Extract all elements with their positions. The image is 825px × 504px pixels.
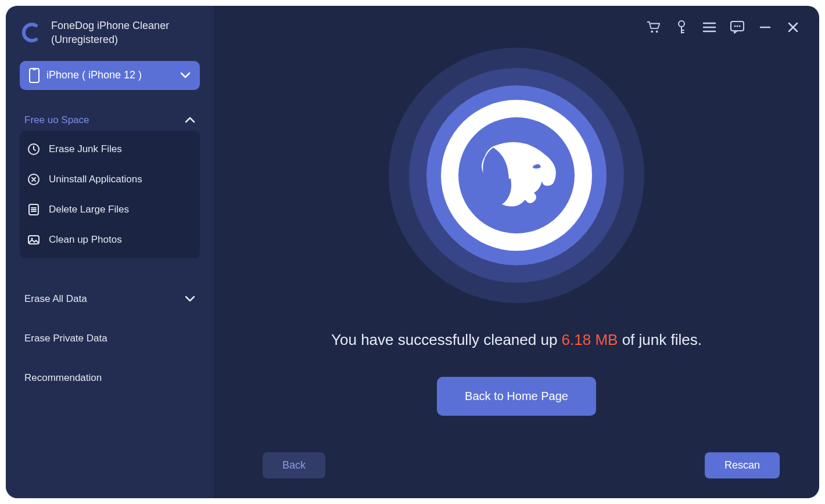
sidebar: FoneDog iPhone Cleaner (Unregistered) iP… xyxy=(6,6,214,498)
svg-rect-5 xyxy=(28,236,39,244)
main-panel: You have successfully cleaned up 6.18 MB… xyxy=(214,6,819,498)
svg-rect-0 xyxy=(30,69,39,82)
svg-rect-1 xyxy=(33,69,36,70)
nav-item-large-files[interactable]: Delete Large Files xyxy=(20,195,200,225)
nav-item-uninstall[interactable]: Uninstall Applications xyxy=(20,164,200,195)
result-panel: You have successfully cleaned up 6.18 MB… xyxy=(230,16,803,447)
chevron-down-icon xyxy=(180,72,191,79)
back-button[interactable]: Back xyxy=(263,452,325,478)
nav-header-free-space-label: Free uo Space xyxy=(24,114,89,126)
footer: Back Rescan xyxy=(230,452,803,482)
brand-title-line1: FoneDog iPhone Cleaner xyxy=(51,19,169,33)
nav-item-clean-photos[interactable]: Clean up Photos xyxy=(20,225,200,255)
nav-section-body-free-space: Erase Junk Files Uninstall Applications … xyxy=(20,131,200,258)
nav-item-label: Erase Private Data xyxy=(24,333,107,344)
nav-section-free-space: Free uo Space Erase Junk Files Uninstall xyxy=(20,106,200,258)
chevron-down-icon xyxy=(185,296,195,303)
dog-icon xyxy=(441,100,592,251)
success-size: 6.18 MB xyxy=(562,331,618,348)
brand-title-line2: (Unregistered) xyxy=(51,33,169,46)
brand-logo-icon xyxy=(20,21,43,44)
device-label: iPhone ( iPhone 12 ) xyxy=(46,69,173,81)
phone-icon xyxy=(29,68,40,83)
nav-item-recommendation[interactable]: Recommendation xyxy=(20,358,200,398)
result-logo xyxy=(389,48,644,303)
nav-item-label: Clean up Photos xyxy=(49,234,122,246)
brand-title: FoneDog iPhone Cleaner (Unregistered) xyxy=(51,19,169,47)
nav-item-label: Uninstall Applications xyxy=(49,174,142,185)
back-home-button[interactable]: Back to Home Page xyxy=(437,377,596,416)
app-window: FoneDog iPhone Cleaner (Unregistered) iP… xyxy=(6,6,819,498)
uninstall-icon xyxy=(27,172,41,186)
nav-item-erase-junk[interactable]: Erase Junk Files xyxy=(20,134,200,164)
nav-item-label: Erase All Data xyxy=(24,293,87,305)
clock-icon xyxy=(27,142,41,156)
brand: FoneDog iPhone Cleaner (Unregistered) xyxy=(20,19,200,47)
success-prefix: You have successfully cleaned up xyxy=(331,331,562,348)
nav-item-erase-all[interactable]: Erase All Data xyxy=(20,279,200,319)
success-suffix: of junk files. xyxy=(618,331,702,348)
photo-icon xyxy=(27,233,41,247)
nav-header-free-space[interactable]: Free uo Space xyxy=(20,106,200,134)
success-message: You have successfully cleaned up 6.18 MB… xyxy=(331,331,702,349)
device-selector[interactable]: iPhone ( iPhone 12 ) xyxy=(20,61,200,90)
nav-item-label: Erase Junk Files xyxy=(49,143,122,155)
rescan-button[interactable]: Rescan xyxy=(705,452,780,478)
nav-item-label: Delete Large Files xyxy=(49,204,129,215)
file-list-icon xyxy=(27,203,41,217)
chevron-up-icon xyxy=(185,117,195,124)
nav-item-label: Recommendation xyxy=(24,372,102,384)
nav-item-erase-private[interactable]: Erase Private Data xyxy=(20,319,200,358)
